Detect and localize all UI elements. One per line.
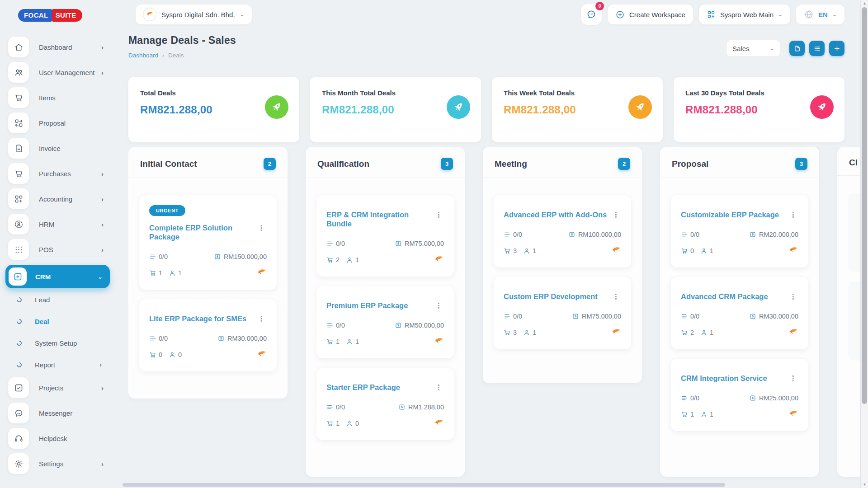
column-body: Customizable ERP Package ⋮ 0/0 $RM20.000…: [660, 178, 819, 443]
sidebar-item-proposal[interactable]: Proposal: [8, 113, 109, 133]
breadcrumb-dashboard-link[interactable]: Dashboard: [128, 52, 158, 59]
cart-icon: [504, 329, 511, 336]
notification-badge: 0: [595, 2, 604, 10]
deal-card[interactable]: Advanced CRM Package ⋮ 0/0 $RM30.000,00 …: [671, 277, 808, 349]
summary-card: Last 30 Days Total Deals RM821.288,00: [674, 77, 844, 142]
kanban-board: Initial Contact 2 URGENT Complete ERP So…: [128, 147, 860, 488]
app-menu-selector[interactable]: Syspro Web Main ⌄: [699, 5, 790, 24]
vertical-scrollbar-thumb[interactable]: [862, 7, 867, 404]
urgent-badge: URGENT: [149, 205, 185, 216]
deal-title-link[interactable]: Complete ERP Solution Package: [149, 224, 256, 242]
kebab-menu-icon[interactable]: ⋮: [610, 292, 621, 301]
topbar: Syspro Digital Sdn. Bhd. ⌄ 0 Create Work…: [128, 4, 844, 25]
sidebar-item-dashboard[interactable]: Dashboard ›: [8, 37, 109, 57]
deal-card[interactable]: CRM Integration Service ⋮ 0/0 $RM25.000,…: [671, 359, 808, 431]
sidebar-item-purchases[interactable]: Purchases ›: [8, 164, 109, 183]
deal-title-link[interactable]: Premium ERP Package: [326, 301, 408, 310]
breadcrumb-current: Deals: [168, 52, 184, 59]
kebab-menu-icon[interactable]: ⋮: [788, 374, 798, 383]
create-workspace-button[interactable]: Create Workspace: [608, 5, 693, 24]
kebab-menu-icon[interactable]: ⋮: [788, 292, 798, 301]
submenu-dot-icon: [16, 296, 23, 303]
sidebar-subitem-system-setup[interactable]: System Setup: [8, 334, 109, 352]
kebab-menu-icon[interactable]: ⋮: [433, 383, 444, 392]
add-deal-button[interactable]: [829, 41, 844, 56]
deal-card[interactable]: Customizable ERP Package ⋮ 0/0 $RM20.000…: [671, 195, 808, 267]
deal-title-link[interactable]: Custom ERP Development: [504, 292, 598, 301]
rocket-icon: [810, 95, 834, 119]
plus-circle-icon: [615, 10, 625, 19]
sidebar-item-accounting[interactable]: Accounting ›: [8, 189, 109, 209]
workspace-selector[interactable]: Syspro Digital Sdn. Bhd. ⌄: [136, 5, 252, 24]
deal-card[interactable]: Lite ERP Package for SMEs ⋮ 0/0 $RM30.00…: [139, 299, 277, 371]
cart-icon: [8, 163, 29, 184]
sidebar-item-helpdesk[interactable]: Helpdesk: [8, 428, 109, 448]
sidebar-item-label: Items: [39, 94, 109, 102]
deal-title-link[interactable]: Starter ERP Package: [326, 383, 400, 392]
kebab-menu-icon[interactable]: ⋮: [433, 211, 444, 220]
sidebar-item-invoice[interactable]: Invoice: [8, 138, 109, 158]
summary-card: This Week Total Deals RM821.288,00: [492, 77, 663, 142]
deal-users-count: 0: [169, 351, 182, 358]
syspro-swoosh-icon: [434, 337, 444, 347]
money-icon: $: [395, 322, 402, 329]
kebab-menu-icon[interactable]: ⋮: [256, 314, 267, 324]
sidebar-subitem-deal[interactable]: Deal: [8, 313, 109, 330]
language-selector[interactable]: EN ⌄: [796, 5, 844, 24]
scroll-down-icon[interactable]: ▼: [861, 483, 868, 487]
deal-title-link[interactable]: Customizable ERP Package: [681, 211, 779, 220]
submenu-dot-icon: [16, 339, 23, 347]
vertical-scrollbar[interactable]: ▲ ▼: [860, 0, 868, 488]
user-share-icon: [700, 329, 708, 336]
deal-title-link[interactable]: CRM Integration Service: [681, 374, 767, 383]
horizontal-scrollbar-thumb[interactable]: [123, 483, 725, 487]
scroll-up-icon[interactable]: ▲: [861, 1, 868, 5]
deal-users-count: 1: [523, 329, 536, 336]
sidebar-item-pos[interactable]: POS ›: [8, 239, 109, 259]
kebab-menu-icon[interactable]: ⋮: [610, 211, 621, 220]
sidebar-item-messenger[interactable]: Messenger: [8, 403, 109, 423]
deal-title-link[interactable]: Lite ERP Package for SMEs: [149, 314, 246, 324]
deal-card[interactable]: Starter ERP Package ⋮ 0/0 $RM1.288,00 1 …: [316, 368, 454, 440]
chat-button[interactable]: 0: [581, 4, 602, 25]
kebab-menu-icon[interactable]: ⋮: [788, 211, 798, 220]
deal-card[interactable]: Premium ERP Package ⋮ 0/0 $RM50.000,00 1…: [316, 286, 454, 358]
list-view-button[interactable]: [809, 41, 825, 56]
sidebar-item-label: HRM: [39, 221, 101, 228]
tasks-list-icon: [681, 231, 688, 238]
sidebar-item-crm[interactable]: CRM ⌄: [5, 265, 110, 288]
deal-value: $RM50.000,00: [395, 322, 444, 329]
deal-card[interactable]: URGENT Complete ERP Solution Package ⋮ 0…: [139, 195, 277, 290]
sidebar-item-user-management[interactable]: User Management ›: [8, 62, 109, 82]
deal-users-count: 1: [169, 269, 182, 277]
svg-text:$: $: [752, 314, 754, 318]
create-workspace-label: Create Workspace: [629, 11, 685, 19]
sidebar-item-label: Purchases: [39, 170, 101, 178]
hrm-icon: [8, 214, 29, 235]
syspro-swoosh-icon: [611, 328, 621, 338]
kebab-menu-icon[interactable]: ⋮: [256, 224, 267, 233]
focal-suite-logo[interactable]: FOCAL SUITE: [18, 9, 82, 22]
sidebar-item-settings[interactable]: Settings ›: [8, 454, 109, 474]
sidebar-subitem-lead[interactable]: Lead: [8, 291, 109, 308]
column-header: Meeting 2: [483, 147, 642, 178]
sidebar-item-label: Settings: [39, 460, 101, 468]
sidebar-item-hrm[interactable]: HRM ›: [8, 214, 109, 234]
deal-card[interactable]: Advanced ERP with Add-Ons ⋮ 0/0 $RM100.0…: [494, 195, 631, 267]
deal-title-link[interactable]: Advanced ERP with Add-Ons: [504, 211, 607, 220]
sidebar-item-items[interactable]: Items: [8, 88, 109, 108]
pipeline-select[interactable]: Sales ⌄: [726, 40, 780, 57]
tasks-list-icon: [681, 313, 688, 320]
deal-card[interactable]: ERP & CRM Integration Bundle ⋮ 0/0 $RM75…: [316, 195, 454, 277]
summary-card: Total Deals RM821.288,00: [128, 77, 299, 142]
sidebar-subitem-report[interactable]: Report ›: [8, 356, 109, 373]
deal-title-link[interactable]: Advanced CRM Package: [681, 292, 768, 301]
syspro-swoosh-icon: [434, 418, 444, 428]
export-button[interactable]: [789, 41, 805, 56]
user-share-icon: [169, 269, 176, 277]
sidebar-item-projects[interactable]: Projects ›: [8, 378, 109, 398]
deal-title-link[interactable]: ERP & CRM Integration Bundle: [326, 211, 433, 229]
cart-icon: [326, 256, 334, 263]
kebab-menu-icon[interactable]: ⋮: [433, 301, 444, 310]
deal-card[interactable]: Custom ERP Development ⋮ 0/0 $RM75.000,0…: [494, 277, 631, 349]
